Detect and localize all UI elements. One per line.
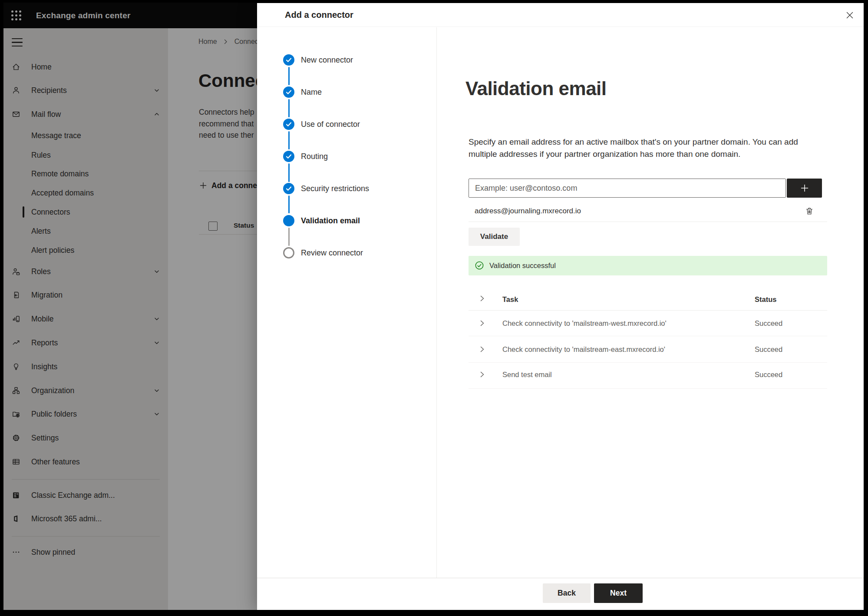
check-icon [283,119,294,130]
success-message: Validation successful [489,256,556,275]
step-indicator-new-connector [283,54,294,66]
step-indicator-use-of-connector [283,119,294,130]
close-icon [845,10,855,20]
task-cell: Send test email [502,369,552,380]
next-button[interactable]: Next [594,583,643,603]
expand-row-chevron-icon[interactable] [478,370,486,379]
add-email-button[interactable] [787,179,822,198]
footer-divider [257,578,864,578]
added-address: address@journaling.mxrecord.io [475,205,581,218]
add-connector-dialog: Add a connector New connector Name Use o… [257,3,864,610]
trash-icon [805,206,814,216]
step-connector-line [288,163,290,182]
step-indicator-review-connector [283,247,294,258]
delete-address-button[interactable] [803,205,815,217]
step-connector-line [288,195,290,213]
content-description: Specify an email address for an active m… [469,136,798,160]
step-routing[interactable]: Routing [301,151,328,162]
expand-all-chevron-icon[interactable] [478,294,486,303]
step-connector-line [288,99,290,117]
expand-row-chevron-icon[interactable] [478,345,486,354]
check-icon [283,54,294,66]
step-connector-line [288,67,290,85]
step-connector-line [288,228,290,246]
success-check-icon [475,261,484,270]
validate-button[interactable]: Validate [469,228,520,246]
validation-success-banner: Validation successful [469,256,827,275]
divider [469,388,827,389]
step-indicator-validation-email [283,215,294,226]
content-title: Validation email [465,78,607,99]
check-icon [283,151,294,162]
divider [436,27,437,578]
description-line: Specify an email address for an active m… [469,136,798,148]
check-icon [283,183,294,194]
email-input[interactable] [469,179,786,198]
status-cell: Succeed [755,318,782,329]
status-cell: Succeed [755,344,782,355]
dialog-header: Add a connector [257,3,864,27]
task-cell: Check connectivity to 'mailstream-east.m… [502,344,665,355]
plus-icon [800,183,809,193]
step-new-connector[interactable]: New connector [301,54,353,66]
status-cell: Succeed [755,369,782,380]
step-security-restrictions[interactable]: Security restrictions [301,183,369,194]
status-column-header: Status [755,294,776,305]
back-button[interactable]: Back [543,583,591,603]
step-indicator-routing [283,151,294,162]
dialog-title: Add a connector [285,3,353,27]
divider [469,222,827,222]
task-column-header: Task [502,294,518,305]
step-indicator-name [283,86,294,98]
step-indicator-security-restrictions [283,183,294,194]
divider [469,336,827,336]
step-validation-email[interactable]: Validation email [301,215,360,226]
divider [469,362,827,363]
step-name[interactable]: Name [301,86,322,98]
screen: Exchange admin center Home Recipients Ma… [0,0,868,616]
step-review-connector[interactable]: Review connector [301,247,363,258]
description-line: multiple addresses if your partner organ… [469,148,798,160]
divider [469,310,827,311]
step-use-of-connector[interactable]: Use of connector [301,119,360,130]
step-connector-line [288,131,290,149]
expand-row-chevron-icon[interactable] [478,319,486,328]
check-icon [283,86,294,98]
close-button[interactable] [842,8,857,23]
task-cell: Check connectivity to 'mailstream-west.m… [502,318,667,329]
